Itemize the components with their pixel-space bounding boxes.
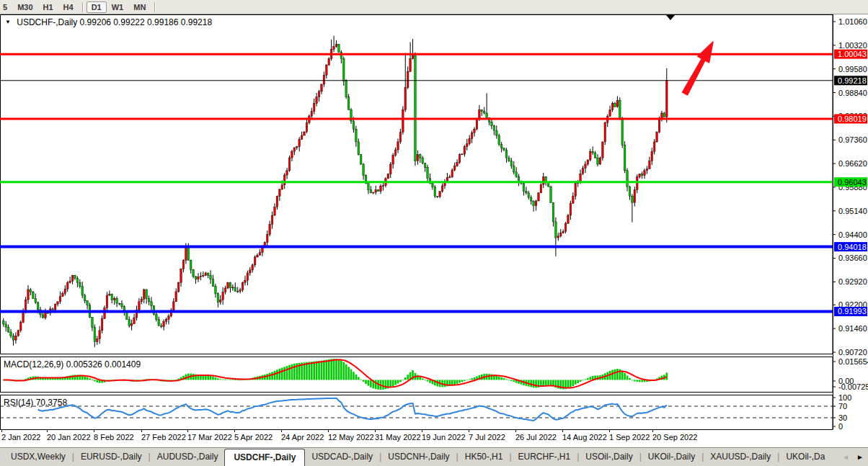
candle-body <box>264 243 266 246</box>
candle-body <box>283 175 285 185</box>
candle-body <box>587 160 589 164</box>
candle-body <box>555 222 557 238</box>
symbol-tab-ukoil-daily[interactable]: UKOil-,Daily <box>642 448 701 466</box>
candle-body <box>412 55 414 58</box>
macd-histogram-bar <box>616 369 619 380</box>
candle-body <box>212 279 214 287</box>
macd-histogram-bar <box>570 380 572 387</box>
macd-histogram-bar <box>207 375 209 380</box>
candle-body <box>632 196 634 202</box>
candle-body <box>19 323 22 331</box>
candle-body <box>469 138 471 143</box>
chart-collapse-icon[interactable]: ▼ <box>5 19 11 25</box>
timeframe-button-h1[interactable]: H1 <box>38 1 58 13</box>
symbol-tab-ukoil-da[interactable]: UKOil-,Da <box>779 448 831 466</box>
candle-body <box>104 308 106 319</box>
timeframe-button-w1[interactable]: W1 <box>107 1 129 13</box>
macd-histogram-bar <box>629 378 631 380</box>
candle-body <box>66 282 68 289</box>
candle-body <box>505 150 508 158</box>
candle-body <box>163 321 165 326</box>
candle-body <box>328 58 330 65</box>
symbol-tab-usdcad-daily[interactable]: USDCAD-,Daily <box>305 448 379 466</box>
tabbar-scroll-left-icon[interactable]: ◄ <box>842 453 849 461</box>
macd-histogram-bar <box>636 380 638 382</box>
candle-body <box>276 196 278 207</box>
price-tick-label: 0.91460 <box>838 324 867 333</box>
symbol-tab-eurusd-daily[interactable]: EURUSD-,Daily <box>74 448 149 466</box>
candle-body <box>409 58 412 71</box>
symbol-tab-usdcnh-daily[interactable]: USDCNH-,Daily <box>381 448 456 466</box>
symbol-tab-usdchf-daily[interactable]: USDCHF-,Daily <box>224 449 305 466</box>
macd-histogram-bar <box>94 380 96 381</box>
symbol-tab-eurchf-h1[interactable]: EURCHF-,H1 <box>512 448 577 466</box>
macd-histogram-bar <box>291 364 293 380</box>
candle-body <box>296 147 298 148</box>
candle-body <box>234 287 236 292</box>
symbol-tab-xauusd-daily[interactable]: XAUUSD-,Daily <box>704 448 777 466</box>
candle-body <box>404 87 407 109</box>
macd-histogram-bar <box>311 362 313 380</box>
candle-body <box>508 158 510 161</box>
macd-histogram-bar <box>567 380 570 388</box>
macd-histogram-bar <box>210 376 212 380</box>
symbol-tab-audusd-daily[interactable]: AUDUSD-,Daily <box>151 448 225 466</box>
candle-body <box>538 193 540 201</box>
candle-body <box>172 302 174 310</box>
macd-histogram-bar <box>575 380 577 384</box>
date-label: 5 Apr 2022 <box>234 433 273 442</box>
macd-axis-label: 0.015654 <box>838 357 868 366</box>
candle-body <box>57 302 59 304</box>
timeframe-button-h4[interactable]: H4 <box>58 1 79 13</box>
macd-histogram-bar <box>222 380 224 380</box>
candle-body <box>25 300 27 311</box>
timeframe-button-5[interactable]: 5 <box>0 1 12 13</box>
candle-body <box>79 282 81 286</box>
candle-body <box>453 166 456 170</box>
candle-body <box>515 172 518 177</box>
macd-histogram-bar <box>429 380 431 382</box>
date-label: 26 Jul 2022 <box>515 433 557 442</box>
candle-body <box>510 161 513 166</box>
candle-body <box>498 135 500 145</box>
symbol-tab-usoil-daily[interactable]: USOil-,Daily <box>579 448 639 466</box>
macd-histogram-bar <box>399 380 402 382</box>
macd-histogram-bar <box>577 380 579 383</box>
candle-body <box>594 153 596 158</box>
candle-body <box>604 122 606 142</box>
macd-histogram-bar <box>508 380 510 380</box>
candle-body <box>126 312 128 319</box>
candle-body <box>597 158 599 164</box>
macd-histogram-bar <box>335 359 337 380</box>
candle-body <box>5 324 7 327</box>
candle-body <box>175 292 177 302</box>
candle-body <box>242 282 244 290</box>
timeframe-button-m30[interactable]: M30 <box>12 1 37 13</box>
candle-body <box>394 150 397 155</box>
symbol-tab-usdx-weekly[interactable]: USDX,Weekly <box>4 448 72 466</box>
timeframe-toolbar: 5M30H1H4D1W1MN <box>0 0 868 14</box>
price-chart[interactable]: 1.010601.003200.995800.988400.981000.973… <box>0 0 868 466</box>
symbol-tab-hk50-h1[interactable]: HK50-,H1 <box>459 448 510 466</box>
macd-histogram-bar <box>503 378 505 380</box>
tabbar-scroll-right-icon[interactable]: ► <box>856 453 864 461</box>
candle-body <box>30 290 32 292</box>
timeframe-button-mn[interactable]: MN <box>128 1 151 13</box>
price-tick-label: 0.98840 <box>838 89 867 97</box>
price-tick-label: 0.99580 <box>838 65 867 73</box>
date-label: 27 Feb 2022 <box>141 433 186 442</box>
macd-histogram-bar <box>318 361 320 380</box>
candle-body <box>35 298 37 302</box>
candle-body <box>111 294 113 300</box>
price-tick-label: 1.00320 <box>838 41 867 50</box>
macd-histogram-bar <box>288 365 291 380</box>
macd-histogram-bar <box>89 378 91 380</box>
candle-body <box>215 287 217 294</box>
candle-body <box>427 167 429 178</box>
macd-histogram-bar <box>316 361 318 380</box>
macd-histogram-bar <box>471 378 473 380</box>
candle-body <box>415 55 417 161</box>
candle-body <box>380 186 382 191</box>
timeframe-button-d1[interactable]: D1 <box>87 1 107 13</box>
candle-body <box>382 186 384 187</box>
